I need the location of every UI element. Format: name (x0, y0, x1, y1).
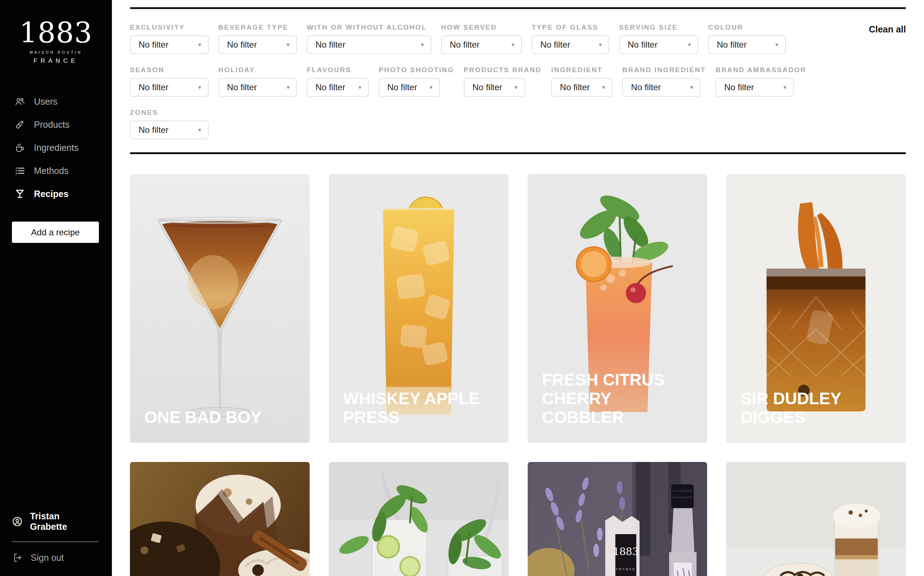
filter-value: No filter (472, 82, 502, 93)
filter-label: BEVERAGE TYPE (218, 24, 297, 31)
filter-value: No filter (450, 40, 480, 50)
chevron-down-icon: ▼ (428, 85, 433, 90)
sidebar: 1883 MAISON ROUTIN FRANCE Users Products… (0, 0, 112, 576)
sidebar-bottom: Tristan Grabette Sign out (12, 511, 99, 563)
sidebar-item-recipes[interactable]: Recipes (0, 182, 112, 205)
sidebar-item-label: Ingredients (34, 142, 79, 153)
filter-value: No filter (540, 40, 570, 50)
recipe-title: SIR DUDLEY DIGGES (741, 389, 893, 427)
filter-group-zones: ZONES No filter ▼ (130, 109, 209, 139)
brand-logo-1883: 1883 (0, 19, 112, 47)
alcohol-filter-dropdown[interactable]: No filter ▼ (307, 35, 431, 54)
recipe-card-mojito[interactable] (329, 462, 508, 576)
cup-icon (14, 142, 25, 153)
brand-ambassador-filter-dropdown[interactable]: No filter ▼ (715, 78, 794, 97)
photo-bottle-label-1883: 1883 (613, 546, 638, 558)
recipe-card-lavender-1883[interactable]: 1883 FRANCE (528, 462, 707, 576)
filter-value: No filter (717, 40, 747, 50)
chevron-down-icon: ▼ (598, 42, 603, 48)
filter-value: No filter (315, 82, 345, 93)
brand-logo: 1883 MAISON ROUTIN FRANCE (0, 0, 112, 65)
holiday-filter-dropdown[interactable]: No filter ▼ (218, 78, 297, 97)
photo-shooting-filter-dropdown[interactable]: No filter ▼ (379, 78, 440, 97)
filter-group-brand-ingredient: BRAND INGREDIENT No filter ▼ (622, 66, 706, 97)
filter-label: TYPE OF GLASS (532, 24, 609, 31)
filter-label: PRODUCTS BRAND (464, 66, 542, 74)
filter-group-how-served: HOW SERVED No filter ▼ (441, 24, 522, 54)
type-of-glass-filter-dropdown[interactable]: No filter ▼ (532, 35, 609, 54)
recipe-image-latte (726, 462, 906, 576)
beverage-type-filter-dropdown[interactable]: No filter ▼ (218, 35, 297, 54)
sign-out-icon (12, 552, 23, 563)
colour-filter-dropdown[interactable]: No filter ▼ (708, 35, 786, 54)
filter-value: No filter (139, 82, 169, 93)
filter-group-serving-size: SERVING SIZE No filter ▼ (619, 24, 699, 54)
chevron-down-icon: ▼ (510, 42, 515, 48)
recipe-card-sir-dudley-digges[interactable]: SIR DUDLEY DIGGES (726, 174, 906, 443)
user-name: Tristan Grabette (30, 511, 99, 532)
season-filter-dropdown[interactable]: No filter ▼ (130, 78, 209, 97)
filter-label: FLAVOURS (307, 66, 369, 74)
sidebar-item-users[interactable]: Users (0, 90, 112, 113)
serving-size-filter-dropdown[interactable]: No filter ▼ (619, 35, 699, 54)
sidebar-item-ingredients[interactable]: Ingredients (0, 136, 112, 159)
recipe-card-latte[interactable] (726, 462, 906, 576)
sidebar-item-label: Users (34, 96, 58, 107)
filter-label: SEASON (130, 66, 209, 74)
brand-ingredient-filter-dropdown[interactable]: No filter ▼ (622, 78, 700, 97)
filter-label: HOW SERVED (441, 24, 522, 31)
zones-filter-dropdown[interactable]: No filter ▼ (130, 120, 209, 139)
filter-value: No filter (227, 40, 257, 50)
bottle-icon (14, 119, 25, 130)
sidebar-nav: Users Products Ingredients Methods Recip… (0, 90, 112, 205)
filter-group-colour: COLOUR No filter ▼ (708, 24, 786, 54)
filter-group-flavours: FLAVOURS No filter ▼ (307, 66, 369, 97)
recipe-card-whiskey-apple-press[interactable]: WHISKEY APPLE PRESS (329, 174, 508, 443)
sign-out-label: Sign out (31, 552, 64, 563)
chevron-down-icon: ▼ (420, 42, 425, 48)
chevron-down-icon: ▼ (286, 42, 291, 48)
products-brand-filter-dropdown[interactable]: No filter ▼ (464, 78, 525, 97)
filter-value: No filter (631, 82, 661, 93)
chevron-down-icon: ▼ (689, 85, 694, 90)
list-icon (14, 165, 25, 176)
filter-row-2: SEASON No filter ▼ HOLIDAY No filter ▼ F… (130, 66, 906, 97)
filter-label: PHOTO SHOOTING (379, 66, 454, 74)
ingredient-filter-dropdown[interactable]: No filter ▼ (551, 78, 612, 97)
filter-value: No filter (315, 40, 345, 50)
recipe-title: FRESH CITRUS CHERRY COBBLER (542, 371, 694, 427)
recipe-card-fresh-citrus-cherry-cobbler[interactable]: FRESH CITRUS CHERRY COBBLER (528, 174, 707, 443)
current-user[interactable]: Tristan Grabette (12, 511, 99, 532)
user-circle-icon (12, 516, 23, 527)
filter-group-with-or-without-alcohol: WITH OR WITHOUT ALCOHOL No filter ▼ (307, 24, 431, 54)
clean-all-button[interactable]: Clean all (869, 24, 906, 35)
filter-label: SERVING SIZE (619, 24, 699, 31)
filter-value: No filter (387, 82, 417, 93)
flavours-filter-dropdown[interactable]: No filter ▼ (307, 78, 369, 97)
filter-group-exclusivity: EXCLUSIVITY No filter ▼ (130, 24, 209, 54)
chevron-down-icon: ▼ (357, 85, 362, 90)
recipe-image-mojito (329, 462, 508, 576)
exclusivity-filter-dropdown[interactable]: No filter ▼ (130, 35, 209, 54)
recipe-card-one-bad-boy[interactable]: ONE BAD BOY (130, 174, 310, 443)
sidebar-item-products[interactable]: Products (0, 113, 112, 136)
chevron-down-icon: ▼ (286, 85, 291, 90)
filter-group-type-of-glass: TYPE OF GLASS No filter ▼ (532, 24, 609, 54)
filter-group-beverage-type: BEVERAGE TYPE No filter ▼ (218, 24, 297, 54)
recipe-grid: ONE BAD BOY (130, 174, 906, 576)
recipe-card-muffins[interactable] (130, 462, 310, 576)
sign-out-button[interactable]: Sign out (12, 552, 99, 563)
filter-row-3: ZONES No filter ▼ (130, 109, 906, 139)
recipe-image-muffins (130, 462, 310, 576)
sidebar-item-methods[interactable]: Methods (0, 159, 112, 182)
filter-label: EXCLUSIVITY (130, 24, 209, 31)
recipe-title: ONE BAD BOY (144, 408, 297, 427)
add-recipe-button[interactable]: Add a recipe (12, 222, 99, 243)
filter-value: No filter (628, 40, 658, 50)
filter-label: HOLIDAY (218, 66, 297, 74)
how-served-filter-dropdown[interactable]: No filter ▼ (441, 35, 522, 54)
filter-value: No filter (139, 125, 169, 135)
recipe-image-lavender-bottle: 1883 FRANCE (528, 462, 707, 576)
brand-logo-france: FRANCE (0, 58, 112, 65)
filters-panel: EXCLUSIVITY No filter ▼ BEVERAGE TYPE No… (130, 9, 906, 139)
